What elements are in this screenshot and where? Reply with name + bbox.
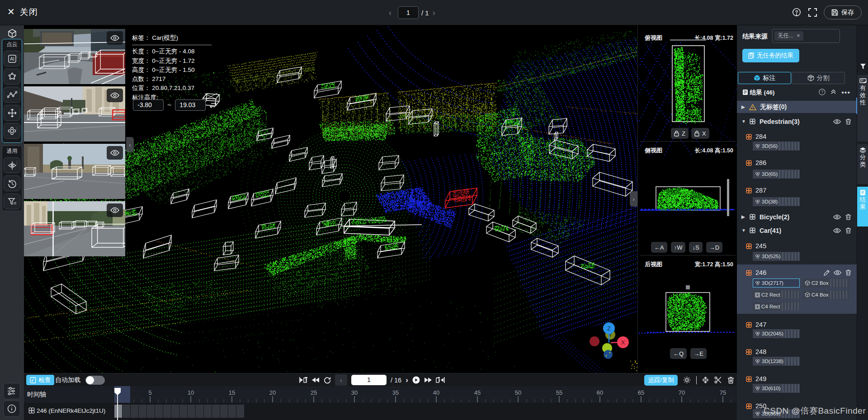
svg-text:?: ? [821, 90, 823, 94]
svg-text:Z: Z [607, 325, 611, 332]
svg-text:?: ? [795, 9, 798, 14]
svg-text:X: X [621, 339, 625, 346]
svg-text:AI: AI [10, 57, 14, 61]
